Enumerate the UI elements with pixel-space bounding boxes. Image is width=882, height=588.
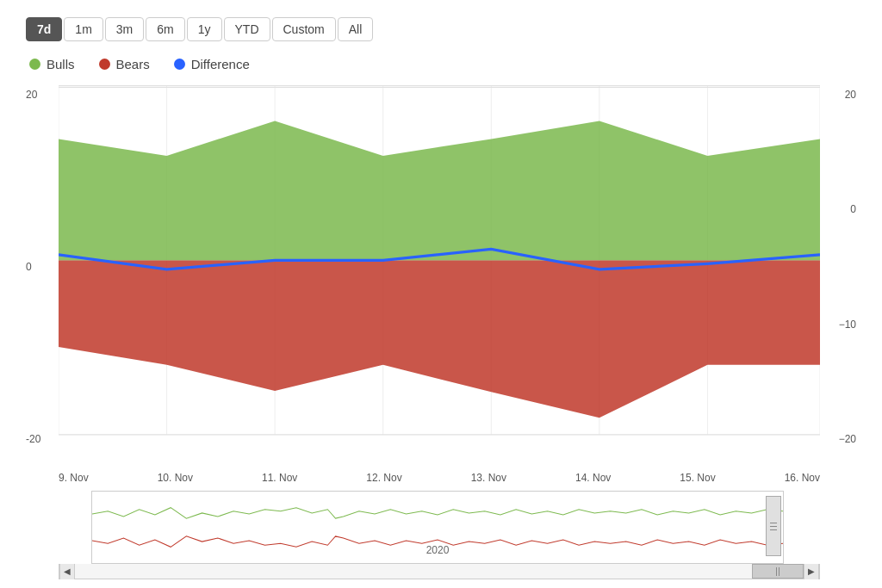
x-label-4: 13. Nov — [471, 472, 506, 484]
y-axis-left: 20 0 -20 — [26, 85, 59, 468]
legend-bears: Bears — [99, 57, 150, 71]
main-chart-svg — [59, 86, 820, 468]
x-label-6: 15. Nov — [680, 472, 715, 484]
x-axis: 9. Nov 10. Nov 11. Nov 12. Nov 13. Nov 1… — [59, 468, 820, 484]
time-range-selector: 7d 1m 3m 6m 1y YTD Custom All — [26, 17, 856, 41]
difference-dot — [174, 59, 185, 70]
x-label-3: 12. Nov — [366, 472, 401, 484]
main-chart-wrapper: 20 0 -20 — [26, 85, 856, 468]
bulls-area — [59, 121, 820, 260]
mini-year-label: 2020 — [426, 544, 450, 556]
scroll-thumb-grip — [776, 567, 780, 576]
y-label-neg20-right: −20 — [839, 434, 856, 444]
scroll-right-arrow[interactable]: ▶ — [804, 564, 819, 579]
difference-label: Difference — [191, 57, 250, 71]
bears-label: Bears — [116, 57, 150, 71]
btn-1m[interactable]: 1m — [64, 17, 102, 41]
btn-6m[interactable]: 6m — [146, 17, 184, 41]
main-chart-svg-container — [59, 85, 820, 468]
y-label-bot-left: -20 — [26, 434, 59, 444]
x-label-1: 10. Nov — [158, 472, 193, 484]
x-label-2: 11. Nov — [262, 472, 297, 484]
chart-legend: Bulls Bears Difference — [26, 57, 856, 71]
horizontal-scrollbar: ◀ ▶ — [59, 564, 820, 579]
bears-area — [59, 260, 820, 418]
btn-custom[interactable]: Custom — [272, 17, 336, 41]
scroll-track[interactable] — [75, 564, 804, 579]
btn-ytd[interactable]: YTD — [224, 17, 270, 41]
bears-dot — [99, 59, 110, 70]
x-label-5: 14. Nov — [575, 472, 611, 484]
mini-chart: 2020 — [91, 491, 784, 564]
x-label-0: 9. Nov — [59, 472, 89, 484]
y-label-top-left: 20 — [26, 90, 59, 100]
btn-7d[interactable]: 7d — [26, 17, 62, 41]
y-axis-right: 20 0 −10 −20 — [820, 85, 856, 468]
scroll-thumb[interactable] — [752, 564, 804, 579]
mini-chart-handle[interactable] — [766, 496, 781, 556]
chart-area: 20 0 -20 — [26, 85, 856, 579]
bulls-label: Bulls — [47, 57, 75, 71]
legend-difference: Difference — [174, 57, 250, 71]
y-label-mid-left: 0 — [26, 262, 59, 272]
x-label-7: 16. Nov — [785, 472, 820, 484]
y-label-top-right: 20 — [845, 90, 856, 100]
legend-bulls: Bulls — [29, 57, 75, 71]
btn-1y[interactable]: 1y — [187, 17, 222, 41]
mini-chart-wrapper: 2020 — [26, 491, 856, 564]
y-label-neg10-right: −10 — [839, 319, 856, 330]
btn-3m[interactable]: 3m — [105, 17, 144, 41]
mini-bulls-line — [92, 508, 783, 518]
bulls-dot — [29, 59, 40, 70]
scroll-left-arrow[interactable]: ◀ — [59, 564, 75, 579]
y-label-zero-right: 0 — [850, 204, 856, 214]
btn-all[interactable]: All — [338, 17, 374, 41]
